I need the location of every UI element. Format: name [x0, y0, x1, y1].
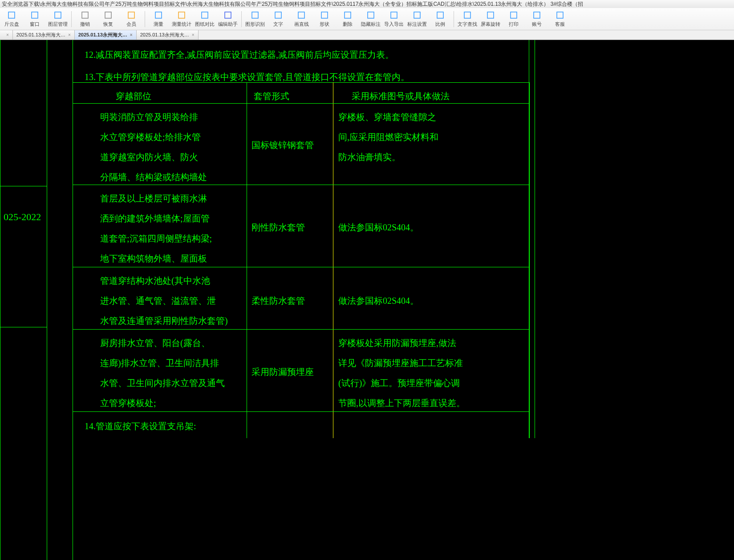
r3c1-l3: 水管及连通管采用刚性防水套管)	[100, 315, 228, 327]
svg-rect-20	[487, 12, 494, 18]
tool-客服[interactable]: 客服	[548, 8, 572, 30]
tab-close-first[interactable]: ×	[0, 30, 13, 40]
tool-标注设置[interactable]: 标注设置	[406, 8, 429, 30]
svg-rect-23	[557, 12, 563, 18]
tool-打印[interactable]: 打印	[502, 8, 525, 30]
svg-rect-22	[534, 12, 540, 18]
r4c1-l2: 连廊)排水立管、卫生间洁具排	[100, 357, 219, 369]
tool-恢复[interactable]: 恢复	[97, 8, 120, 30]
tool-画直线[interactable]: 画直线	[290, 8, 313, 30]
svg-rect-15	[368, 12, 374, 18]
cad-line	[0, 327, 47, 327]
tool-label: 会员	[126, 21, 136, 28]
frame-right-2	[535, 40, 535, 438]
tool-测量[interactable]: 测量	[147, 8, 170, 30]
测量-icon	[154, 10, 163, 20]
toolbar-divider	[145, 11, 145, 27]
r3c1-l2: 进水管、通气管、溢流管、泄	[100, 295, 216, 307]
svg-rect-19	[464, 12, 470, 18]
标注设置-icon	[412, 10, 422, 20]
note-13: 13.下表中所列管道穿越部位应按表中要求设置套管,且管道接口不得设置在套管内。	[85, 71, 410, 83]
document-tab[interactable]: 2025.01.13永州海大…×	[75, 30, 137, 40]
tool-编辑助手[interactable]: 编辑助手	[216, 8, 239, 30]
恢复-icon	[103, 10, 113, 20]
svg-rect-2	[55, 12, 61, 18]
tool-形状[interactable]: 形状	[313, 8, 336, 30]
tool-图层管理[interactable]: 图层管理	[46, 8, 69, 30]
tool-测量统计[interactable]: 测量统计	[170, 8, 193, 30]
tab-label: 2025.01.13永州海大…	[16, 32, 65, 38]
tool-斤云盘[interactable]: 斤云盘	[0, 8, 23, 30]
tool-文字查找[interactable]: 文字查找	[456, 8, 479, 30]
side-year-label: 025-2022	[4, 211, 41, 223]
r1c2: 国标镀锌钢套管	[251, 139, 314, 151]
tool-label: 图纸对比	[195, 21, 215, 28]
文字-icon	[273, 10, 283, 20]
tool-账号[interactable]: 账号	[525, 8, 548, 30]
svg-rect-16	[391, 12, 397, 18]
r2c1-l2: 洒到的建筑外墙墙体;屋面管	[100, 213, 210, 225]
tool-比例[interactable]: 比例	[429, 8, 452, 30]
tool-label: 隐藏标注	[361, 21, 381, 28]
table-r3	[73, 329, 529, 330]
close-icon[interactable]: ×	[130, 32, 133, 37]
会员-icon	[126, 10, 136, 20]
svg-rect-3	[82, 12, 88, 18]
tool-图纸对比[interactable]: 图纸对比	[193, 8, 216, 30]
cad-line	[0, 186, 47, 186]
close-icon[interactable]: ×	[68, 32, 71, 37]
close-icon[interactable]: ×	[192, 32, 195, 37]
svg-rect-21	[511, 12, 517, 18]
window-title: 安全浏览器下载\永州海大生物科技有限公司年产25万吨生物饲料项目招标文件\永州海…	[2, 1, 583, 7]
tool-图形识别[interactable]: 图形识别	[243, 8, 267, 30]
r4c1-l3: 水管、卫生间内排水立管及通气	[100, 377, 225, 389]
r1c3-l1: 穿楼板、穿墙套管缝隙之	[338, 111, 436, 123]
tool-会员[interactable]: 会员	[120, 8, 143, 30]
tool-文字[interactable]: 文字	[267, 8, 290, 30]
tool-撤销[interactable]: 撤销	[73, 8, 97, 30]
tool-窗口[interactable]: 窗口	[23, 8, 46, 30]
svg-rect-0	[8, 12, 15, 18]
tool-label: 斤云盘	[4, 21, 19, 28]
tool-屏幕旋转[interactable]: 屏幕旋转	[479, 8, 502, 30]
tab-label: 2025.01.13永州海大…	[78, 32, 127, 38]
cad-line	[47, 40, 47, 560]
隐藏标注-icon	[366, 10, 376, 20]
r2c2: 刚性防水套管	[251, 222, 305, 234]
table-top	[73, 82, 529, 83]
svg-rect-5	[128, 12, 134, 18]
斤云盘-icon	[7, 10, 16, 20]
svg-rect-9	[225, 12, 231, 18]
tool-label: 账号	[532, 21, 542, 28]
导入导出-icon	[389, 10, 399, 20]
画直线-icon	[296, 10, 306, 20]
tool-label: 文字	[273, 21, 283, 28]
tool-导入导出[interactable]: 导入导出	[382, 8, 406, 30]
cad-canvas[interactable]: 025-2022 12.减压阀装置应配置齐全,减压阀前应设置过滤器,减压阀前后均…	[0, 40, 734, 560]
客服-icon	[555, 10, 565, 20]
r2c3: 做法参国标02S404。	[338, 222, 419, 234]
toolbar-divider	[71, 11, 72, 27]
打印-icon	[509, 10, 519, 20]
tool-隐藏标注[interactable]: 隐藏标注	[359, 8, 382, 30]
tool-label: 图层管理	[48, 21, 68, 28]
document-tab[interactable]: 2025.01.13永州海大…×	[13, 30, 75, 40]
tool-删除[interactable]: 删除	[336, 8, 359, 30]
table-col2	[333, 82, 333, 438]
比例-icon	[435, 10, 445, 20]
tool-label: 编辑助手	[218, 21, 238, 28]
toolbar-divider	[454, 11, 454, 27]
r3c1-l1: 管道穿结构水池处(其中水池	[100, 275, 210, 287]
close-icon[interactable]: ×	[6, 32, 9, 37]
cad-line	[0, 40, 0, 560]
main-toolbar: 斤云盘窗口图层管理撤销恢复会员测量测量统计图纸对比编辑助手图形识别文字画直线形状…	[0, 8, 734, 30]
r2c1-l3: 道套管;沉箱四周侧壁结构梁;	[100, 233, 212, 245]
table-right	[529, 82, 530, 438]
document-tab[interactable]: 2025.01.13永州海大…×	[137, 30, 199, 40]
svg-rect-6	[155, 12, 162, 18]
svg-rect-1	[32, 12, 38, 18]
tool-label: 图形识别	[245, 21, 265, 28]
tool-label: 撤销	[80, 21, 90, 28]
svg-rect-14	[345, 12, 351, 18]
frame-right-1	[529, 40, 529, 438]
